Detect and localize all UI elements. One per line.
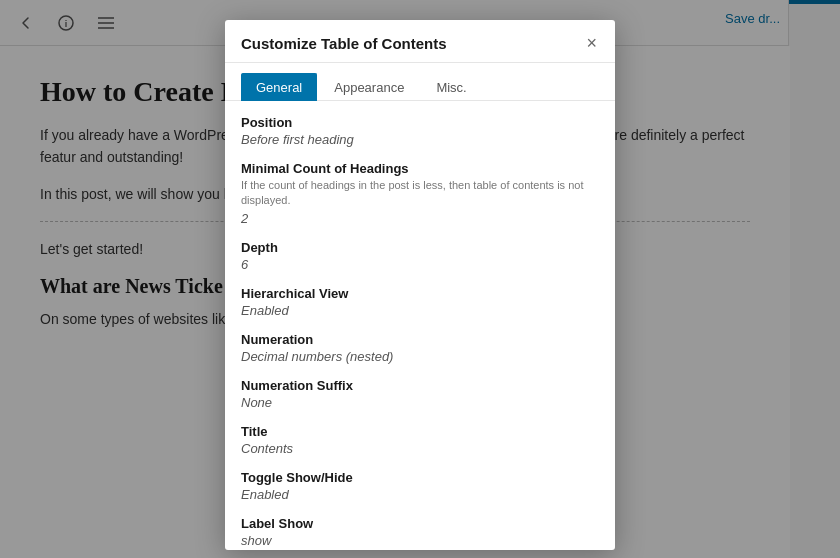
modal-body: Position Before first heading Minimal Co… bbox=[225, 101, 615, 550]
field-title: Title Contents bbox=[241, 424, 599, 456]
field-title-label: Title bbox=[241, 424, 599, 439]
field-numeration-label: Numeration bbox=[241, 332, 599, 347]
field-position-value: Before first heading bbox=[241, 132, 599, 147]
modal-title: Customize Table of Contents bbox=[241, 35, 447, 52]
field-label-show: Label Show show bbox=[241, 516, 599, 548]
field-depth-label: Depth bbox=[241, 240, 599, 255]
field-numeration-suffix-label: Numeration Suffix bbox=[241, 378, 599, 393]
field-label-show-label: Label Show bbox=[241, 516, 599, 531]
field-depth: Depth 6 bbox=[241, 240, 599, 272]
field-minimal-count-label: Minimal Count of Headings bbox=[241, 161, 599, 176]
field-toggle-label: Toggle Show/Hide bbox=[241, 470, 599, 485]
modal-tabs: General Appearance Misc. bbox=[225, 63, 615, 101]
field-minimal-count: Minimal Count of Headings If the count o… bbox=[241, 161, 599, 226]
field-numeration: Numeration Decimal numbers (nested) bbox=[241, 332, 599, 364]
modal-overlay: Customize Table of Contents × General Ap… bbox=[0, 0, 840, 558]
field-label-show-value: show bbox=[241, 533, 599, 548]
field-hierarchical-label: Hierarchical View bbox=[241, 286, 599, 301]
field-minimal-count-desc: If the count of headings in the post is … bbox=[241, 178, 599, 209]
field-position-label: Position bbox=[241, 115, 599, 130]
field-toggle: Toggle Show/Hide Enabled bbox=[241, 470, 599, 502]
field-toggle-value: Enabled bbox=[241, 487, 599, 502]
customize-toc-modal: Customize Table of Contents × General Ap… bbox=[225, 20, 615, 550]
tab-general[interactable]: General bbox=[241, 73, 317, 101]
field-hierarchical: Hierarchical View Enabled bbox=[241, 286, 599, 318]
tab-misc[interactable]: Misc. bbox=[421, 73, 481, 101]
field-position: Position Before first heading bbox=[241, 115, 599, 147]
field-title-value: Contents bbox=[241, 441, 599, 456]
tab-appearance[interactable]: Appearance bbox=[319, 73, 419, 101]
field-minimal-count-value: 2 bbox=[241, 211, 599, 226]
modal-close-button[interactable]: × bbox=[584, 34, 599, 52]
field-hierarchical-value: Enabled bbox=[241, 303, 599, 318]
field-depth-value: 6 bbox=[241, 257, 599, 272]
field-numeration-suffix-value: None bbox=[241, 395, 599, 410]
field-numeration-value: Decimal numbers (nested) bbox=[241, 349, 599, 364]
field-numeration-suffix: Numeration Suffix None bbox=[241, 378, 599, 410]
modal-header: Customize Table of Contents × bbox=[225, 20, 615, 63]
